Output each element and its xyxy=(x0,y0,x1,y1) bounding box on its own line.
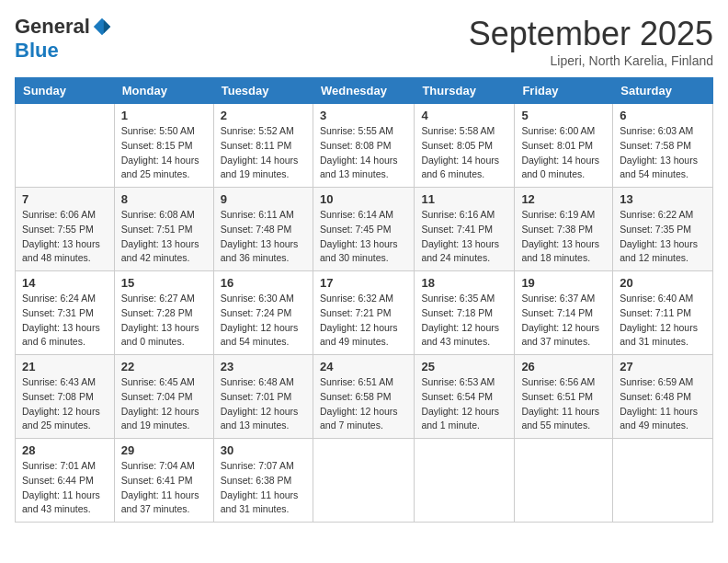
day-number: 20 xyxy=(620,276,706,290)
day-info: Sunrise: 6:14 AM Sunset: 7:45 PM Dayligh… xyxy=(320,208,407,266)
calendar-cell: 5Sunrise: 6:00 AM Sunset: 8:01 PM Daylig… xyxy=(515,104,613,188)
day-number: 23 xyxy=(221,360,306,373)
day-number: 24 xyxy=(320,360,407,373)
day-info: Sunrise: 7:01 AM Sunset: 6:44 PM Dayligh… xyxy=(22,459,108,517)
calendar-week-5: 28Sunrise: 7:01 AM Sunset: 6:44 PM Dayli… xyxy=(16,439,713,523)
day-info: Sunrise: 6:32 AM Sunset: 7:21 PM Dayligh… xyxy=(320,292,407,350)
day-number: 14 xyxy=(22,276,108,290)
day-number: 13 xyxy=(620,192,706,206)
day-info: Sunrise: 5:58 AM Sunset: 8:05 PM Dayligh… xyxy=(421,124,507,182)
calendar-cell: 28Sunrise: 7:01 AM Sunset: 6:44 PM Dayli… xyxy=(16,439,115,523)
calendar-cell: 15Sunrise: 6:27 AM Sunset: 7:28 PM Dayli… xyxy=(114,271,213,355)
day-info: Sunrise: 5:55 AM Sunset: 8:08 PM Dayligh… xyxy=(320,124,407,182)
calendar-week-3: 14Sunrise: 6:24 AM Sunset: 7:31 PM Dayli… xyxy=(16,271,713,355)
day-number: 15 xyxy=(121,276,207,290)
page-header: General Blue September 2025 Liperi, Nort… xyxy=(15,15,713,68)
day-number: 27 xyxy=(620,360,706,373)
day-number: 21 xyxy=(22,360,108,373)
calendar-cell: 21Sunrise: 6:43 AM Sunset: 7:08 PM Dayli… xyxy=(16,355,115,439)
calendar-cell: 11Sunrise: 6:16 AM Sunset: 7:41 PM Dayli… xyxy=(415,188,515,271)
day-number: 22 xyxy=(121,360,207,373)
day-number: 26 xyxy=(521,360,606,373)
day-info: Sunrise: 6:16 AM Sunset: 7:41 PM Dayligh… xyxy=(421,208,507,266)
calendar-cell: 16Sunrise: 6:30 AM Sunset: 7:24 PM Dayli… xyxy=(213,271,313,355)
day-number: 10 xyxy=(320,192,407,206)
calendar-cell: 2Sunrise: 5:52 AM Sunset: 8:11 PM Daylig… xyxy=(213,104,313,188)
calendar-cell xyxy=(415,439,515,523)
calendar-header-row: SundayMondayTuesdayWednesdayThursdayFrid… xyxy=(16,78,713,104)
calendar-week-2: 7Sunrise: 6:06 AM Sunset: 7:55 PM Daylig… xyxy=(16,188,713,271)
day-info: Sunrise: 5:52 AM Sunset: 8:11 PM Dayligh… xyxy=(221,124,306,182)
calendar-cell: 12Sunrise: 6:19 AM Sunset: 7:38 PM Dayli… xyxy=(515,188,613,271)
day-number: 8 xyxy=(121,192,207,206)
day-number: 11 xyxy=(421,192,507,206)
day-number: 9 xyxy=(221,192,306,206)
svg-marker-1 xyxy=(104,20,110,34)
calendar-cell: 30Sunrise: 7:07 AM Sunset: 6:38 PM Dayli… xyxy=(213,439,313,523)
calendar-cell xyxy=(313,439,414,523)
day-info: Sunrise: 6:56 AM Sunset: 6:51 PM Dayligh… xyxy=(521,375,606,433)
day-info: Sunrise: 6:11 AM Sunset: 7:48 PM Dayligh… xyxy=(221,208,306,266)
day-number: 5 xyxy=(521,109,606,122)
calendar-cell: 27Sunrise: 6:59 AM Sunset: 6:48 PM Dayli… xyxy=(613,355,713,439)
calendar-cell: 9Sunrise: 6:11 AM Sunset: 7:48 PM Daylig… xyxy=(213,188,313,271)
calendar-cell: 29Sunrise: 7:04 AM Sunset: 6:41 PM Dayli… xyxy=(114,439,213,523)
day-number: 29 xyxy=(121,443,207,457)
day-info: Sunrise: 6:08 AM Sunset: 7:51 PM Dayligh… xyxy=(121,208,207,266)
day-info: Sunrise: 6:53 AM Sunset: 6:54 PM Dayligh… xyxy=(421,375,507,433)
day-info: Sunrise: 6:51 AM Sunset: 6:58 PM Dayligh… xyxy=(320,375,407,433)
day-number: 17 xyxy=(320,276,407,290)
day-number: 19 xyxy=(521,276,606,290)
day-info: Sunrise: 6:45 AM Sunset: 7:04 PM Dayligh… xyxy=(121,375,207,433)
calendar-cell: 6Sunrise: 6:03 AM Sunset: 7:58 PM Daylig… xyxy=(613,104,713,188)
logo-general-text: General xyxy=(15,15,90,39)
logo-blue-text: Blue xyxy=(15,39,59,63)
calendar-week-4: 21Sunrise: 6:43 AM Sunset: 7:08 PM Dayli… xyxy=(16,355,713,439)
day-number: 3 xyxy=(320,109,407,122)
day-info: Sunrise: 6:22 AM Sunset: 7:35 PM Dayligh… xyxy=(620,208,706,266)
day-info: Sunrise: 5:50 AM Sunset: 8:15 PM Dayligh… xyxy=(121,124,207,182)
calendar-cell: 23Sunrise: 6:48 AM Sunset: 7:01 PM Dayli… xyxy=(213,355,313,439)
day-header-monday: Monday xyxy=(114,78,213,104)
calendar-cell xyxy=(613,439,713,523)
day-header-tuesday: Tuesday xyxy=(213,78,313,104)
day-info: Sunrise: 6:27 AM Sunset: 7:28 PM Dayligh… xyxy=(121,292,207,350)
calendar-week-1: 1Sunrise: 5:50 AM Sunset: 8:15 PM Daylig… xyxy=(16,104,713,188)
title-section: September 2025 Liperi, North Karelia, Fi… xyxy=(469,15,713,68)
calendar-cell: 3Sunrise: 5:55 AM Sunset: 8:08 PM Daylig… xyxy=(313,104,414,188)
calendar-cell: 14Sunrise: 6:24 AM Sunset: 7:31 PM Dayli… xyxy=(16,271,115,355)
day-number: 18 xyxy=(421,276,507,290)
day-number: 1 xyxy=(121,109,207,122)
day-info: Sunrise: 6:59 AM Sunset: 6:48 PM Dayligh… xyxy=(620,375,706,433)
calendar-cell: 25Sunrise: 6:53 AM Sunset: 6:54 PM Dayli… xyxy=(415,355,515,439)
day-info: Sunrise: 6:40 AM Sunset: 7:11 PM Dayligh… xyxy=(620,292,706,350)
calendar-cell: 19Sunrise: 6:37 AM Sunset: 7:14 PM Dayli… xyxy=(515,271,613,355)
day-number: 4 xyxy=(421,109,507,122)
calendar-cell: 22Sunrise: 6:45 AM Sunset: 7:04 PM Dayli… xyxy=(114,355,213,439)
calendar-cell: 4Sunrise: 5:58 AM Sunset: 8:05 PM Daylig… xyxy=(415,104,515,188)
day-number: 25 xyxy=(421,360,507,373)
calendar-cell: 13Sunrise: 6:22 AM Sunset: 7:35 PM Dayli… xyxy=(613,188,713,271)
calendar-cell: 24Sunrise: 6:51 AM Sunset: 6:58 PM Dayli… xyxy=(313,355,414,439)
calendar-cell xyxy=(16,104,115,188)
calendar-cell: 20Sunrise: 6:40 AM Sunset: 7:11 PM Dayli… xyxy=(613,271,713,355)
day-info: Sunrise: 6:24 AM Sunset: 7:31 PM Dayligh… xyxy=(22,292,108,350)
calendar-cell: 1Sunrise: 5:50 AM Sunset: 8:15 PM Daylig… xyxy=(114,104,213,188)
calendar-cell xyxy=(515,439,613,523)
day-info: Sunrise: 6:43 AM Sunset: 7:08 PM Dayligh… xyxy=(22,375,108,433)
month-title: September 2025 xyxy=(469,15,713,53)
day-number: 2 xyxy=(221,109,306,122)
day-info: Sunrise: 6:35 AM Sunset: 7:18 PM Dayligh… xyxy=(421,292,507,350)
day-info: Sunrise: 7:07 AM Sunset: 6:38 PM Dayligh… xyxy=(221,459,306,517)
day-number: 7 xyxy=(22,192,108,206)
day-number: 12 xyxy=(521,192,606,206)
logo-icon xyxy=(92,17,112,37)
calendar-cell: 7Sunrise: 6:06 AM Sunset: 7:55 PM Daylig… xyxy=(16,188,115,271)
day-header-friday: Friday xyxy=(515,78,613,104)
day-header-wednesday: Wednesday xyxy=(313,78,414,104)
day-number: 6 xyxy=(620,109,706,122)
day-header-thursday: Thursday xyxy=(415,78,515,104)
day-header-sunday: Sunday xyxy=(16,78,115,104)
day-header-saturday: Saturday xyxy=(613,78,713,104)
calendar-cell: 8Sunrise: 6:08 AM Sunset: 7:51 PM Daylig… xyxy=(114,188,213,271)
